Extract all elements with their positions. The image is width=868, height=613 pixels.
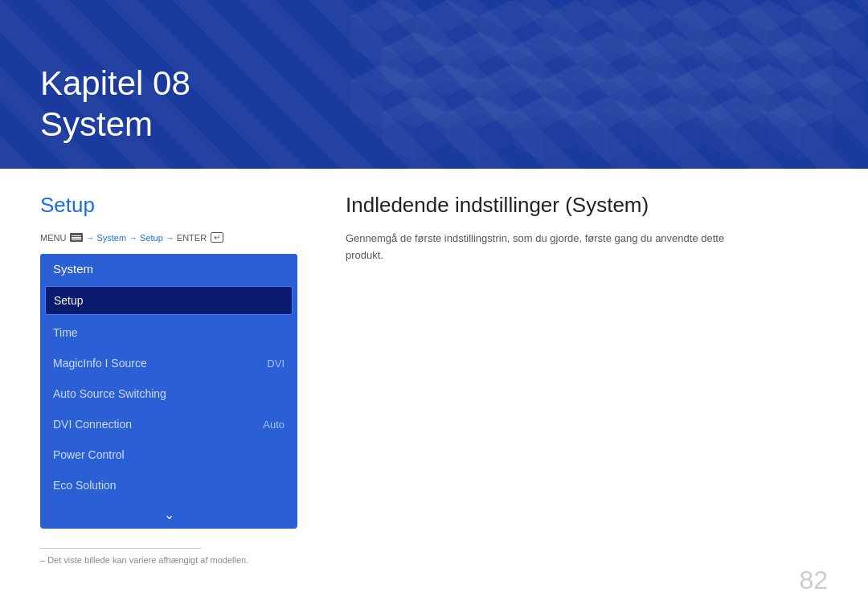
chapter-label: Kapitel 08 xyxy=(40,64,190,102)
header-text: Kapitel 08 System xyxy=(40,63,190,145)
menu-item-dvi[interactable]: DVI Connection Auto xyxy=(40,409,297,439)
chevron-icon: ⌄ xyxy=(164,508,174,521)
header-banner: Kapitel 08 System xyxy=(0,0,868,169)
chevron-down[interactable]: ⌄ xyxy=(40,501,297,529)
menu-item-auto-source[interactable]: Auto Source Switching xyxy=(40,378,297,409)
arrow-3: → xyxy=(166,233,174,243)
menu-item-time-label: Time xyxy=(53,326,78,339)
menu-item-setup-label: Setup xyxy=(54,294,84,307)
section-title: Setup xyxy=(40,193,297,218)
footer-note: – Det viste billede kan variere afhængig… xyxy=(40,548,828,565)
system-menu: System Setup Time MagicInfo I Source DVI… xyxy=(40,254,297,529)
menu-item-auto-source-label: Auto Source Switching xyxy=(53,387,166,400)
menu-item-eco-label: Eco Solution xyxy=(53,479,117,492)
menu-item-magicinfo[interactable]: MagicInfo I Source DVI xyxy=(40,348,297,378)
menu-item-setup[interactable]: Setup xyxy=(45,286,293,315)
menu-item-time[interactable]: Time xyxy=(40,317,297,348)
chapter-title: System xyxy=(40,105,153,143)
footer-divider xyxy=(40,548,201,549)
menu-item-magicinfo-label: MagicInfo I Source xyxy=(53,357,147,370)
menu-item-dvi-label: DVI Connection xyxy=(53,418,132,431)
path-setup: Setup xyxy=(140,233,163,243)
path-system: System xyxy=(96,233,126,243)
content-title: Indledende indstillinger (System) xyxy=(346,193,828,218)
footer-text: – Det viste billede kan variere afhængig… xyxy=(40,555,828,565)
menu-item-dvi-value: Auto xyxy=(263,419,285,431)
right-panel: Indledende indstillinger (System) Gennem… xyxy=(346,193,828,529)
system-menu-header: System xyxy=(40,254,297,284)
menu-item-eco[interactable]: Eco Solution xyxy=(40,470,297,501)
content-description: Gennemgå de første indstillingstrin, som… xyxy=(346,231,731,264)
arrow-1: → xyxy=(85,233,94,243)
menu-label: MENU xyxy=(40,233,66,243)
menu-item-magicinfo-value: DVI xyxy=(267,358,285,370)
menu-icon xyxy=(70,233,83,242)
path-enter: ENTER xyxy=(177,233,207,243)
page-number: 82 xyxy=(799,566,828,595)
menu-item-power[interactable]: Power Control xyxy=(40,439,297,470)
enter-icon: ↵ xyxy=(211,232,223,243)
menu-item-power-label: Power Control xyxy=(53,448,125,461)
left-panel: Setup MENU → System → Setup → ENTER ↵ Sy… xyxy=(40,193,297,529)
cube-decoration xyxy=(347,0,868,169)
arrow-2: → xyxy=(129,233,137,243)
main-content: Setup MENU → System → Setup → ENTER ↵ Sy… xyxy=(0,169,868,553)
menu-path: MENU → System → Setup → ENTER ↵ xyxy=(40,232,297,243)
